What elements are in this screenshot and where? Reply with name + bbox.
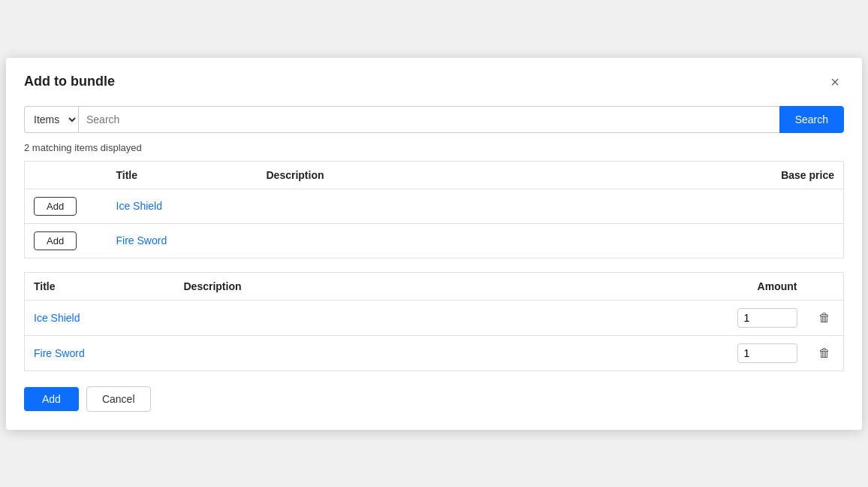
bundle-amount-input-1[interactable] xyxy=(737,343,797,363)
results-title-cell-0: Ice Shield xyxy=(107,189,258,223)
footer-cancel-button[interactable]: Cancel xyxy=(86,386,151,412)
footer-add-button[interactable]: Add xyxy=(24,387,79,411)
bundle-delete-cell-1: 🗑 xyxy=(806,335,844,371)
bundle-desc-cell-0 xyxy=(175,300,671,335)
search-row: Items Search xyxy=(24,106,844,133)
results-title-cell-1: Fire Sword xyxy=(107,223,258,258)
table-row: Add Fire Sword xyxy=(25,223,844,258)
table-row: Add Ice Shield xyxy=(25,189,844,223)
trash-icon: 🗑 xyxy=(818,346,830,360)
results-col-price-header: Base price xyxy=(709,161,844,189)
results-title-link-0[interactable]: Ice Shield xyxy=(116,200,162,212)
results-table: Title Description Base price Add Ice Shi… xyxy=(24,161,844,259)
bundle-delete-cell-0: 🗑 xyxy=(806,300,844,335)
results-col-add-header xyxy=(25,161,107,189)
results-col-desc-header: Description xyxy=(258,161,709,189)
results-col-title-header: Title xyxy=(107,161,258,189)
results-add-cell-0: Add xyxy=(25,189,107,223)
results-add-button-1[interactable]: Add xyxy=(34,231,77,250)
bundle-delete-button-1[interactable]: 🗑 xyxy=(815,345,833,361)
results-price-cell-1 xyxy=(709,223,844,258)
bundle-title-link-0[interactable]: Ice Shield xyxy=(34,312,80,324)
results-table-header-row: Title Description Base price xyxy=(25,161,844,189)
bundle-col-delete-header xyxy=(806,272,844,300)
results-title-link-1[interactable]: Fire Sword xyxy=(116,234,167,247)
bundle-col-desc-header: Description xyxy=(175,272,671,300)
footer-row: Add Cancel xyxy=(24,386,844,412)
bundle-col-title-header: Title xyxy=(25,272,175,300)
modal-title: Add to bundle xyxy=(24,74,115,89)
results-desc-cell-0 xyxy=(258,189,709,223)
bundle-desc-cell-1 xyxy=(175,335,671,371)
search-input[interactable] xyxy=(78,106,779,133)
bundle-amount-cell-0 xyxy=(671,300,806,335)
bundle-amount-cell-1 xyxy=(671,335,806,371)
results-price-cell-0 xyxy=(709,189,844,223)
results-desc-cell-1 xyxy=(258,223,709,258)
bundle-title-cell-0: Ice Shield xyxy=(25,300,175,335)
modal-header: Add to bundle × xyxy=(24,73,844,91)
add-to-bundle-modal: Add to bundle × Items Search 2 matching … xyxy=(6,58,862,430)
bundle-delete-button-0[interactable]: 🗑 xyxy=(815,310,833,326)
trash-icon: 🗑 xyxy=(818,311,830,325)
bundle-amount-input-0[interactable] xyxy=(737,308,797,328)
close-button[interactable]: × xyxy=(826,73,844,91)
bundle-table: Title Description Amount Ice Shield 🗑 xyxy=(24,272,844,371)
results-add-button-0[interactable]: Add xyxy=(34,197,77,216)
search-button[interactable]: Search xyxy=(779,106,844,133)
bundle-title-link-1[interactable]: Fire Sword xyxy=(34,347,85,359)
match-count-text: 2 matching items displayed xyxy=(24,142,844,153)
results-add-cell-1: Add xyxy=(25,223,107,258)
search-category-select[interactable]: Items xyxy=(24,106,78,133)
bundle-table-header-row: Title Description Amount xyxy=(25,272,844,300)
table-row: Fire Sword 🗑 xyxy=(25,335,844,371)
bundle-col-amount-header: Amount xyxy=(671,272,806,300)
bundle-title-cell-1: Fire Sword xyxy=(25,335,175,371)
table-row: Ice Shield 🗑 xyxy=(25,300,844,335)
